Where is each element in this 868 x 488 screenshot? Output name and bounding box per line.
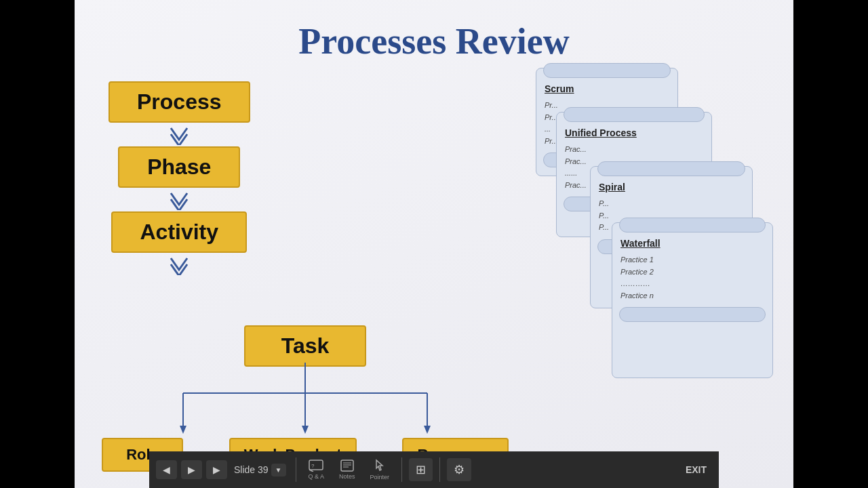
slide-number: Slide 39 — [234, 464, 269, 475]
next-button[interactable]: ▶ — [206, 460, 227, 479]
qa-icon: ? — [309, 460, 323, 472]
prev-button[interactable]: ◀ — [156, 460, 177, 479]
black-bar-right — [793, 0, 868, 488]
svg-marker-3 — [180, 426, 186, 434]
slide-title: Processes Review — [88, 20, 780, 62]
scrum-scroll-top — [543, 63, 671, 78]
slide-dropdown[interactable]: ▼ — [271, 464, 286, 476]
flow-diagram: Process Phase Activity — [108, 81, 250, 277]
qa-button[interactable]: ? Q & A — [303, 457, 330, 483]
svg-rect-11 — [341, 460, 353, 471]
waterfall-scroll-top — [619, 218, 766, 232]
arrow-2 — [165, 188, 193, 211]
qa-label: Q & A — [309, 473, 325, 480]
unified-scroll-top — [564, 107, 705, 122]
notes-button[interactable]: Notes — [334, 457, 361, 483]
waterfall-content: Practice 1Practice 2…………Practice n — [612, 251, 772, 307]
toolbar-sep-2 — [401, 458, 402, 482]
svg-marker-5 — [302, 426, 309, 434]
black-bar-left — [0, 0, 75, 488]
spiral-title: Spiral — [591, 176, 752, 195]
process-box: Process — [108, 81, 250, 123]
slide-indicator: Slide 39 ▼ — [234, 464, 286, 476]
layout-button[interactable]: ⊞ — [409, 458, 433, 481]
unified-title: Unified Process — [557, 122, 711, 141]
svg-text:?: ? — [311, 463, 315, 469]
waterfall-scroll-bottom — [619, 307, 766, 322]
notes-icon — [340, 460, 354, 472]
phase-box: Phase — [118, 146, 240, 188]
waterfall-title: Waterfall — [612, 232, 772, 251]
play-button[interactable]: ▶ — [181, 460, 202, 479]
toolbar: ◀ ▶ ▶ Slide 39 ▼ ? Q & A Notes — [149, 451, 719, 488]
toolbar-sep-1 — [296, 458, 296, 482]
pointer-button[interactable]: Pointer — [365, 456, 395, 483]
pointer-icon — [374, 459, 386, 472]
spiral-scroll-top — [597, 161, 745, 176]
activity-box: Activity — [111, 211, 247, 253]
toolbar-sep-3 — [439, 458, 440, 482]
exit-button[interactable]: EXIT — [680, 462, 712, 478]
task-box: Task — [244, 325, 366, 367]
settings-button[interactable]: ⚙ — [447, 458, 471, 481]
arrow-3 — [165, 253, 193, 277]
arrow-1 — [165, 123, 193, 146]
pointer-label: Pointer — [370, 474, 390, 481]
slide-content: Processes Review Process Phase Activity — [75, 0, 793, 488]
waterfall-card: Waterfall Practice 1Practice 2…………Practi… — [612, 222, 773, 378]
notes-label: Notes — [339, 473, 355, 480]
scroll-area: Scrum Pr...Pr......Pr... Unified Process… — [495, 68, 780, 447]
svg-marker-7 — [424, 426, 431, 434]
scrum-title: Scrum — [536, 78, 677, 97]
